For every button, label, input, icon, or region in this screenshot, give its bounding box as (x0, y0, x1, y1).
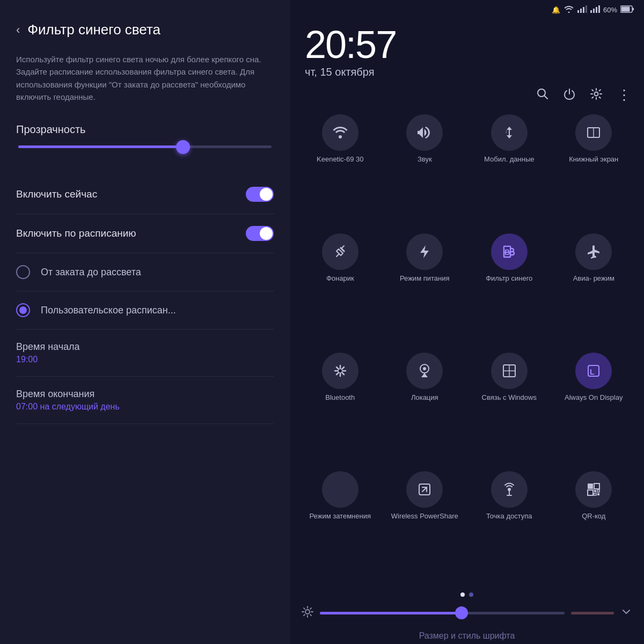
qs-icon-circle-15 (575, 471, 612, 508)
end-time-title: Время окончания (16, 389, 274, 400)
qs-label-10: Связь с Windows (482, 393, 537, 402)
svg-line-50 (304, 614, 305, 616)
svg-point-0 (568, 12, 569, 13)
radio-sunset-button[interactable] (16, 265, 30, 279)
qs-item-8[interactable]: Bluetooth (302, 353, 379, 464)
svg-point-23 (339, 369, 342, 372)
qs-label-7: Авиа- режим (573, 274, 614, 283)
start-time-value[interactable]: 19:00 (16, 355, 274, 364)
signal-bars2-icon (590, 5, 600, 14)
clock-display: 20:57 чт, 15 октября (290, 18, 644, 82)
qs-label-2: Мобил. данные (484, 155, 534, 164)
brightness-row (290, 601, 644, 626)
qs-item-1[interactable]: Звук (386, 114, 464, 226)
svg-point-14 (595, 92, 598, 96)
svg-rect-37 (588, 490, 593, 495)
qs-grid: Keenetic-69 30Звук↕Мобил. данныеКнижный … (290, 109, 644, 588)
search-icon[interactable] (537, 88, 548, 103)
svg-line-49 (310, 608, 311, 609)
svg-rect-11 (632, 8, 634, 11)
page-title: Фильтр синего света (27, 21, 160, 38)
transparency-slider[interactable] (16, 145, 274, 148)
svg-rect-8 (598, 5, 600, 13)
right-panel: 🔔 (290, 0, 644, 644)
qs-item-12[interactable]: Режим затемнения (302, 471, 379, 583)
brightness-slider[interactable] (320, 612, 565, 614)
brightness-chevron-icon[interactable] (620, 605, 632, 620)
svg-rect-40 (594, 493, 596, 495)
slider-thumb[interactable] (176, 140, 190, 154)
brightness-fill (320, 612, 462, 614)
qs-item-0[interactable]: Keenetic-69 30 (302, 114, 379, 226)
radio-custom-button[interactable] (16, 303, 30, 317)
qs-item-11[interactable]: LAlways On Display (555, 353, 633, 464)
svg-point-15 (339, 135, 342, 138)
description-text: Используйте фильтр синего света ночью дл… (16, 53, 274, 103)
page-dots (290, 588, 644, 601)
qs-label-1: Звук (418, 155, 432, 164)
qs-label-5: Режим питания (400, 274, 450, 283)
qs-item-5[interactable]: Режим питания (386, 233, 464, 345)
svg-rect-6 (593, 9, 595, 13)
qs-item-15[interactable]: QR-код (555, 471, 633, 583)
toggle-now-row: Включить сейчас (16, 175, 274, 214)
settings-icon[interactable] (590, 88, 602, 103)
qs-item-14[interactable]: Точка доступа (471, 471, 548, 583)
battery-percent: 60% (603, 6, 617, 14)
qs-item-7[interactable]: Авиа- режим (555, 233, 633, 345)
svg-rect-7 (596, 7, 597, 13)
start-time-title: Время начала (16, 341, 274, 353)
back-button[interactable]: ‹ (16, 23, 20, 37)
qs-item-10[interactable]: Связь с Windows (471, 353, 548, 464)
qs-icon-circle-6: B (491, 233, 528, 270)
svg-line-47 (304, 608, 305, 609)
svg-text:B: B (504, 248, 510, 257)
more-icon[interactable]: ⋮ (617, 87, 631, 104)
qs-icon-circle-8 (322, 353, 358, 389)
radio-custom-row[interactable]: Пользовательское расписан... (16, 291, 274, 330)
qs-icon-circle-11: L (575, 353, 612, 389)
radio-custom-inner (19, 306, 27, 314)
toggle-now-label: Включить сейчас (16, 188, 97, 200)
svg-rect-2 (580, 9, 582, 13)
qs-label-12: Режим затемнения (310, 512, 371, 521)
qs-icon-circle-5 (406, 233, 443, 270)
back-header: ‹ Фильтр синего света (16, 21, 274, 38)
battery-icon (620, 5, 634, 14)
svg-rect-3 (583, 7, 584, 13)
qs-icon-circle-14 (491, 471, 528, 508)
qs-item-6[interactable]: BФильтр синего (471, 233, 548, 345)
signal-bars-icon (577, 5, 587, 14)
qs-item-4[interactable]: Фонарик (302, 233, 379, 345)
toggle-now[interactable] (246, 187, 274, 202)
left-panel: ‹ Фильтр синего света Используйте фильтр… (0, 0, 290, 644)
svg-rect-39 (597, 490, 599, 492)
qs-label-14: Точка доступа (486, 512, 532, 521)
qs-item-3[interactable]: Книжный экран (555, 114, 633, 226)
svg-line-19 (342, 246, 344, 248)
wifi-signal-icon (564, 5, 574, 14)
svg-rect-35 (588, 484, 593, 489)
qs-item-13[interactable]: Wireless PowerShare (386, 471, 464, 583)
qs-item-2[interactable]: ↕Мобил. данные (471, 114, 548, 226)
toggle-schedule-knob (260, 227, 273, 240)
svg-rect-4 (586, 5, 587, 13)
qs-label-6: Фильтр синего (486, 274, 532, 283)
clock-time: 20:57 (305, 25, 629, 64)
toggle-schedule[interactable] (246, 226, 274, 241)
qs-label-9: Локация (411, 393, 438, 402)
qs-icon-circle-1 (406, 114, 443, 151)
start-time-section: Время начала 19:00 (16, 330, 274, 377)
svg-rect-1 (577, 10, 579, 13)
qs-label-11: Always On Display (565, 393, 623, 402)
qs-icon-circle-12 (322, 471, 358, 508)
svg-point-42 (305, 610, 310, 614)
radio-sunset-row[interactable]: От заката до рассвета (16, 253, 274, 291)
qs-icon-circle-0 (322, 114, 358, 151)
qs-item-9[interactable]: Локация (386, 353, 464, 464)
transparency-label: Прозрачность (16, 123, 274, 136)
page-dot-1 (460, 592, 465, 597)
toggle-schedule-row: Включить по расписанию (16, 214, 274, 253)
power-icon[interactable] (564, 88, 575, 103)
end-time-value[interactable]: 07:00 на следующий день (16, 402, 274, 412)
